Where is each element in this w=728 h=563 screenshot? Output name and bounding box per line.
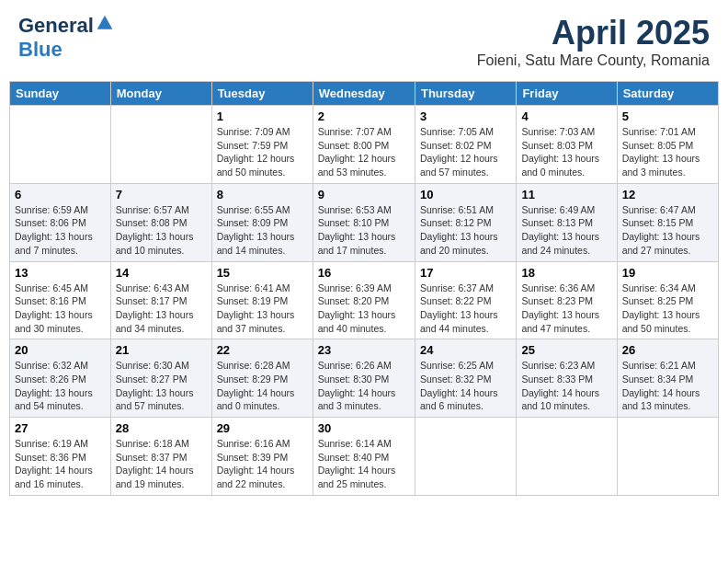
day-info: Sunrise: 6:53 AM Sunset: 8:10 PM Dayligh… (318, 203, 410, 258)
day-header-tuesday: Tuesday (211, 82, 313, 106)
day-info: Sunrise: 6:43 AM Sunset: 8:17 PM Dayligh… (116, 282, 207, 336)
day-info: Sunrise: 6:51 AM Sunset: 8:12 PM Dayligh… (420, 203, 511, 258)
day-number: 12 (622, 188, 713, 201)
header: General Blue April 2025 Foieni, Satu Mar… (9, 9, 719, 74)
calendar-cell: 20Sunrise: 6:32 AM Sunset: 8:26 PM Dayli… (10, 339, 111, 418)
calendar-cell: 18Sunrise: 6:36 AM Sunset: 8:23 PM Dayli… (517, 261, 617, 339)
calendar-cell: 10Sunrise: 6:51 AM Sunset: 8:12 PM Dayli… (415, 183, 516, 261)
calendar-cell: 23Sunrise: 6:26 AM Sunset: 8:30 PM Dayli… (313, 339, 415, 418)
day-number: 14 (116, 266, 207, 280)
calendar-cell: 30Sunrise: 6:14 AM Sunset: 8:40 PM Dayli… (313, 418, 415, 496)
calendar-cell: 14Sunrise: 6:43 AM Sunset: 8:17 PM Dayli… (110, 261, 211, 339)
day-header-sunday: Sunday (10, 82, 111, 106)
calendar-cell: 3Sunrise: 7:05 AM Sunset: 8:02 PM Daylig… (415, 106, 516, 184)
calendar-cell: 27Sunrise: 6:19 AM Sunset: 8:36 PM Dayli… (10, 418, 111, 496)
day-number: 30 (318, 421, 410, 435)
day-info: Sunrise: 7:09 AM Sunset: 7:59 PM Dayligh… (217, 125, 308, 179)
day-number: 8 (217, 188, 308, 201)
day-number: 9 (318, 188, 410, 201)
day-info: Sunrise: 6:36 AM Sunset: 8:23 PM Dayligh… (521, 282, 611, 336)
calendar-cell: 6Sunrise: 6:59 AM Sunset: 8:06 PM Daylig… (10, 183, 111, 261)
day-info: Sunrise: 6:39 AM Sunset: 8:20 PM Dayligh… (318, 282, 410, 336)
day-number: 27 (15, 421, 106, 435)
calendar-cell: 7Sunrise: 6:57 AM Sunset: 8:08 PM Daylig… (110, 183, 211, 261)
day-info: Sunrise: 7:07 AM Sunset: 8:00 PM Dayligh… (318, 125, 410, 179)
day-number: 13 (15, 266, 106, 280)
day-number: 22 (217, 343, 308, 357)
day-number: 11 (521, 188, 611, 201)
day-number: 7 (116, 188, 207, 201)
calendar-cell: 1Sunrise: 7:09 AM Sunset: 7:59 PM Daylig… (211, 106, 313, 184)
logo-icon (96, 14, 114, 32)
week-row-5: 27Sunrise: 6:19 AM Sunset: 8:36 PM Dayli… (10, 418, 719, 496)
calendar-cell: 21Sunrise: 6:30 AM Sunset: 8:27 PM Dayli… (110, 339, 211, 418)
calendar-cell: 8Sunrise: 6:55 AM Sunset: 8:09 PM Daylig… (211, 183, 313, 261)
calendar-cell: 29Sunrise: 6:16 AM Sunset: 8:39 PM Dayli… (211, 418, 313, 496)
calendar-cell: 4Sunrise: 7:03 AM Sunset: 8:03 PM Daylig… (517, 106, 617, 184)
main-title: April 2025 (477, 14, 710, 52)
calendar-cell: 2Sunrise: 7:07 AM Sunset: 8:00 PM Daylig… (313, 106, 415, 184)
day-number: 18 (521, 266, 611, 280)
day-info: Sunrise: 6:19 AM Sunset: 8:36 PM Dayligh… (15, 437, 106, 491)
calendar-cell (617, 418, 718, 496)
day-info: Sunrise: 6:49 AM Sunset: 8:13 PM Dayligh… (521, 203, 611, 258)
day-info: Sunrise: 6:45 AM Sunset: 8:16 PM Dayligh… (15, 282, 106, 336)
calendar-cell: 19Sunrise: 6:34 AM Sunset: 8:25 PM Dayli… (617, 261, 718, 339)
day-number: 21 (116, 343, 207, 357)
logo-blue-text: Blue (18, 38, 63, 61)
day-info: Sunrise: 6:47 AM Sunset: 8:15 PM Dayligh… (622, 203, 713, 258)
logo-general-text: General (18, 14, 94, 37)
day-header-wednesday: Wednesday (313, 82, 415, 106)
calendar-cell: 22Sunrise: 6:28 AM Sunset: 8:29 PM Dayli… (211, 339, 313, 418)
calendar-cell (110, 106, 211, 184)
day-info: Sunrise: 6:32 AM Sunset: 8:26 PM Dayligh… (15, 359, 106, 413)
day-number: 6 (15, 188, 106, 201)
day-number: 20 (15, 343, 106, 357)
logo: General Blue (18, 14, 114, 62)
week-row-1: 1Sunrise: 7:09 AM Sunset: 7:59 PM Daylig… (10, 106, 719, 184)
day-info: Sunrise: 6:28 AM Sunset: 8:29 PM Dayligh… (217, 359, 308, 413)
calendar-cell: 16Sunrise: 6:39 AM Sunset: 8:20 PM Dayli… (313, 261, 415, 339)
day-info: Sunrise: 6:23 AM Sunset: 8:33 PM Dayligh… (521, 359, 611, 413)
day-info: Sunrise: 6:14 AM Sunset: 8:40 PM Dayligh… (318, 437, 410, 491)
day-number: 16 (318, 266, 410, 280)
calendar-cell: 25Sunrise: 6:23 AM Sunset: 8:33 PM Dayli… (517, 339, 617, 418)
calendar-cell: 24Sunrise: 6:25 AM Sunset: 8:32 PM Dayli… (415, 339, 516, 418)
day-info: Sunrise: 6:25 AM Sunset: 8:32 PM Dayligh… (420, 359, 511, 413)
day-info: Sunrise: 6:30 AM Sunset: 8:27 PM Dayligh… (116, 359, 207, 413)
day-info: Sunrise: 6:55 AM Sunset: 8:09 PM Dayligh… (217, 203, 308, 258)
day-info: Sunrise: 6:21 AM Sunset: 8:34 PM Dayligh… (622, 359, 713, 413)
calendar-header-row: SundayMondayTuesdayWednesdayThursdayFrid… (10, 82, 719, 106)
day-info: Sunrise: 6:18 AM Sunset: 8:37 PM Dayligh… (116, 437, 207, 491)
day-info: Sunrise: 6:41 AM Sunset: 8:19 PM Dayligh… (217, 282, 308, 336)
day-header-monday: Monday (110, 82, 211, 106)
calendar-cell: 17Sunrise: 6:37 AM Sunset: 8:22 PM Dayli… (415, 261, 516, 339)
day-number: 26 (622, 343, 713, 357)
calendar-cell: 11Sunrise: 6:49 AM Sunset: 8:13 PM Dayli… (517, 183, 617, 261)
calendar-cell: 5Sunrise: 7:01 AM Sunset: 8:05 PM Daylig… (617, 106, 718, 184)
day-number: 29 (217, 421, 308, 435)
calendar-cell (517, 418, 617, 496)
day-header-thursday: Thursday (415, 82, 516, 106)
calendar-cell: 26Sunrise: 6:21 AM Sunset: 8:34 PM Dayli… (617, 339, 718, 418)
calendar-body: 1Sunrise: 7:09 AM Sunset: 7:59 PM Daylig… (10, 106, 719, 496)
day-info: Sunrise: 6:57 AM Sunset: 8:08 PM Dayligh… (116, 203, 207, 258)
day-number: 25 (521, 343, 611, 357)
week-row-3: 13Sunrise: 6:45 AM Sunset: 8:16 PM Dayli… (10, 261, 719, 339)
calendar-cell: 12Sunrise: 6:47 AM Sunset: 8:15 PM Dayli… (617, 183, 718, 261)
calendar: SundayMondayTuesdayWednesdayThursdayFrid… (9, 81, 719, 496)
day-number: 1 (217, 109, 308, 123)
day-info: Sunrise: 6:37 AM Sunset: 8:22 PM Dayligh… (420, 282, 511, 336)
day-number: 24 (420, 343, 511, 357)
day-info: Sunrise: 7:03 AM Sunset: 8:03 PM Dayligh… (521, 125, 611, 179)
day-info: Sunrise: 7:01 AM Sunset: 8:05 PM Dayligh… (622, 125, 713, 179)
calendar-cell: 15Sunrise: 6:41 AM Sunset: 8:19 PM Dayli… (211, 261, 313, 339)
day-number: 19 (622, 266, 713, 280)
day-number: 5 (622, 109, 713, 123)
week-row-2: 6Sunrise: 6:59 AM Sunset: 8:06 PM Daylig… (10, 183, 719, 261)
calendar-cell: 28Sunrise: 6:18 AM Sunset: 8:37 PM Dayli… (110, 418, 211, 496)
svg-marker-0 (97, 16, 113, 29)
title-area: April 2025 Foieni, Satu Mare County, Rom… (477, 14, 710, 69)
calendar-cell (415, 418, 516, 496)
day-number: 4 (521, 109, 611, 123)
